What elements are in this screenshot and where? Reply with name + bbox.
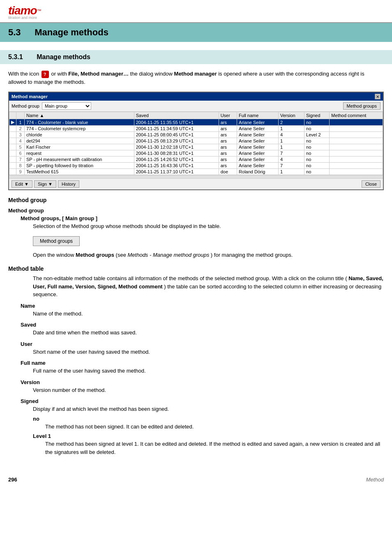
- row-user: ars: [219, 157, 237, 163]
- row-version: 4: [279, 157, 304, 163]
- row-arrow: [9, 163, 16, 169]
- table-row[interactable]: 2774 - Coulometer systemcrep2004-11-25 1…: [9, 126, 383, 132]
- horizontal-scrollbar[interactable]: [9, 175, 383, 178]
- dialog-close-button[interactable]: ✕: [375, 94, 380, 99]
- section-number: 5.3: [8, 27, 21, 37]
- footer-label: Method: [366, 477, 384, 483]
- row-name: det294: [25, 138, 134, 144]
- btn-desc-middle: (see: [116, 252, 128, 258]
- row-arrow: [9, 126, 16, 132]
- sign-button[interactable]: Sign ▼: [34, 180, 56, 188]
- subfield-no-body: The method has not been signed. It can b…: [45, 423, 384, 431]
- row-number: 8: [16, 163, 25, 169]
- subsection-number: 5.3.1: [8, 53, 23, 60]
- row-arrow: ▶: [9, 119, 16, 126]
- table-row[interactable]: 7SP - pH measurement with calibration200…: [9, 157, 383, 163]
- method-group-heading: Method group: [8, 197, 384, 203]
- row-comment: [330, 150, 383, 157]
- btn-desc-before: Open the window: [33, 252, 76, 258]
- col-num: [16, 112, 25, 119]
- row-number: 4: [16, 138, 25, 144]
- row-saved: 2004-11-25 11:37:10 UTC+1: [134, 169, 219, 175]
- table-row[interactable]: 8SP - pipetting followed by titration200…: [9, 163, 383, 169]
- row-fullname: Ariane Seiler: [237, 150, 279, 157]
- row-arrow: [9, 144, 16, 150]
- row-saved: 2004-11-25 16:43:36 UTC+1: [134, 163, 219, 169]
- page-header: tiamo™ titration and more: [0, 0, 392, 23]
- row-name: 774 - Coulometer systemcrep: [25, 126, 134, 132]
- dialog-footer: Edit ▼ Sign ▼ History Close: [9, 178, 383, 189]
- logo-sub: titration and more: [8, 16, 42, 20]
- row-user: doe: [219, 169, 237, 175]
- close-button[interactable]: Close: [362, 180, 380, 188]
- row-signed: no: [304, 119, 330, 126]
- method-table: Name ▲ Saved User Full name Version Sign…: [9, 112, 383, 175]
- row-signed: no: [304, 163, 330, 169]
- row-arrow: [9, 150, 16, 157]
- row-name: Karl Fischer: [25, 144, 134, 150]
- history-button[interactable]: History: [58, 180, 79, 188]
- intro-text-after: the dialog window: [130, 71, 174, 77]
- col-saved[interactable]: Saved: [134, 112, 219, 119]
- row-arrow: [9, 132, 16, 138]
- method-group-field-label: Method group: [8, 207, 384, 214]
- table-row[interactable]: 5Karl Fischer2004-11-30 12:02:18 UTC+1ar…: [9, 144, 383, 150]
- row-fullname: Ariane Seiler: [237, 132, 279, 138]
- row-version: 7: [279, 163, 304, 169]
- row-version: 1: [279, 138, 304, 144]
- dialog-title: Method manager: [12, 94, 48, 99]
- row-name: TestMethod 615: [25, 169, 134, 175]
- field-version-label: Version: [21, 379, 384, 385]
- row-number: 3: [16, 132, 25, 138]
- group-label: Method group: [12, 104, 39, 108]
- method-group-select[interactable]: Main group: [42, 102, 91, 110]
- table-row[interactable]: ▶1774 - Coulometer - blank value2004-11-…: [9, 119, 383, 126]
- row-comment: [330, 144, 383, 150]
- field-saved-label: Saved: [21, 322, 384, 328]
- method-manager-dialog: Method manager ✕ Method group Main group…: [8, 92, 384, 190]
- page-footer: 296 Method: [0, 468, 392, 487]
- col-name[interactable]: Name ▲: [25, 112, 134, 119]
- page-number: 296: [8, 477, 17, 483]
- dialog-titlebar: Method manager ✕: [9, 92, 383, 101]
- field-name-label: Name: [21, 303, 384, 309]
- method-groups-button[interactable]: Method groups: [33, 236, 80, 246]
- method-table-body-text: The non-editable method table contains a…: [33, 274, 384, 299]
- col-fullname[interactable]: Full name: [237, 112, 279, 119]
- row-user: ars: [219, 119, 237, 126]
- row-number: 7: [16, 157, 25, 163]
- intro-bold2: Method manager: [174, 71, 217, 77]
- row-name: 774 - Coulometer - blank value: [25, 119, 134, 126]
- edit-button[interactable]: Edit ▼: [12, 180, 32, 188]
- col-signed[interactable]: Signed: [304, 112, 330, 119]
- row-fullname: Ariane Seiler: [237, 119, 279, 126]
- row-version: 4: [279, 132, 304, 138]
- col-comment[interactable]: Method comment: [330, 112, 383, 119]
- row-comment: [330, 157, 383, 163]
- row-signed: no: [304, 157, 330, 163]
- row-user: ars: [219, 163, 237, 169]
- table-row[interactable]: 4det2942004-11-25 08:13:29 UTC+1arsArian…: [9, 138, 383, 144]
- field-fullname-label: Full name: [21, 360, 384, 366]
- method-groups-toolbar-button[interactable]: Method groups: [343, 102, 380, 110]
- field-user-label: User: [21, 341, 384, 347]
- field-version-body: Version number of the method.: [33, 386, 384, 394]
- method-table-section: Method table The non-editable method tab…: [8, 265, 384, 456]
- table-row[interactable]: 6request2004-11-30 08:28:31 UTC+1arsAria…: [9, 150, 383, 157]
- btn-desc-after: ) for managing the method groups.: [211, 252, 293, 258]
- row-fullname: Ariane Seiler: [237, 144, 279, 150]
- row-version: 1: [279, 144, 304, 150]
- row-user: ars: [219, 132, 237, 138]
- method-group-section: Method group Method group Method groups,…: [8, 197, 384, 259]
- content-area: With the icon or with File, Method manag…: [0, 70, 392, 456]
- row-fullname: Ariane Seiler: [237, 157, 279, 163]
- table-row[interactable]: 3chloride2004-11-25 08:00:45 UTC+1arsAri…: [9, 132, 383, 138]
- subfield-level1-label: Level 1: [33, 433, 384, 439]
- table-body: ▶1774 - Coulometer - blank value2004-11-…: [9, 119, 383, 175]
- col-version[interactable]: Version: [279, 112, 304, 119]
- col-user[interactable]: User: [219, 112, 237, 119]
- method-group-field-desc: Method groups, [ Main group ]: [21, 215, 384, 221]
- row-number: 2: [16, 126, 25, 132]
- row-arrow: [9, 157, 16, 163]
- table-row[interactable]: 9TestMethod 6152004-11-25 11:37:10 UTC+1…: [9, 169, 383, 175]
